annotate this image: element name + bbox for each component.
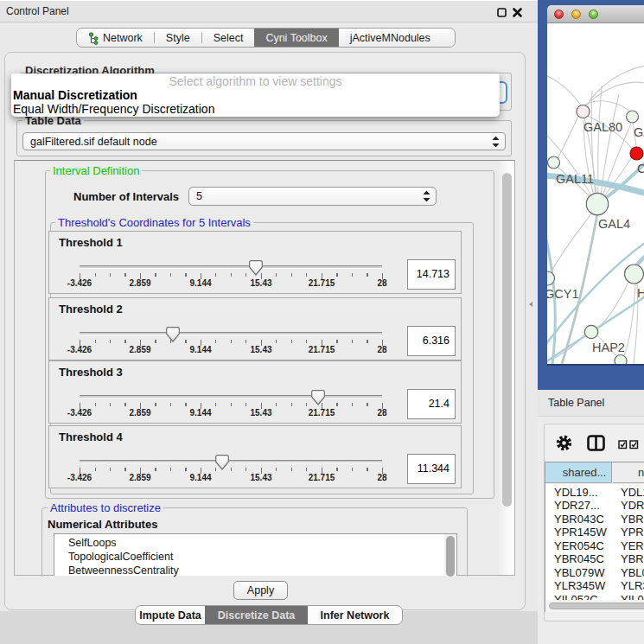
svg-text:GCY1: GCY1 — [547, 287, 579, 301]
svg-text:GA: GA — [634, 125, 644, 139]
svg-text:GAL11: GAL11 — [556, 172, 594, 186]
svg-text:GAL80: GAL80 — [583, 120, 622, 134]
svg-text:HAP2: HAP2 — [592, 341, 625, 354]
svg-text:GAL4: GAL4 — [598, 217, 630, 231]
svg-text:H: H — [637, 286, 644, 300]
svg-text:C: C — [637, 162, 644, 175]
